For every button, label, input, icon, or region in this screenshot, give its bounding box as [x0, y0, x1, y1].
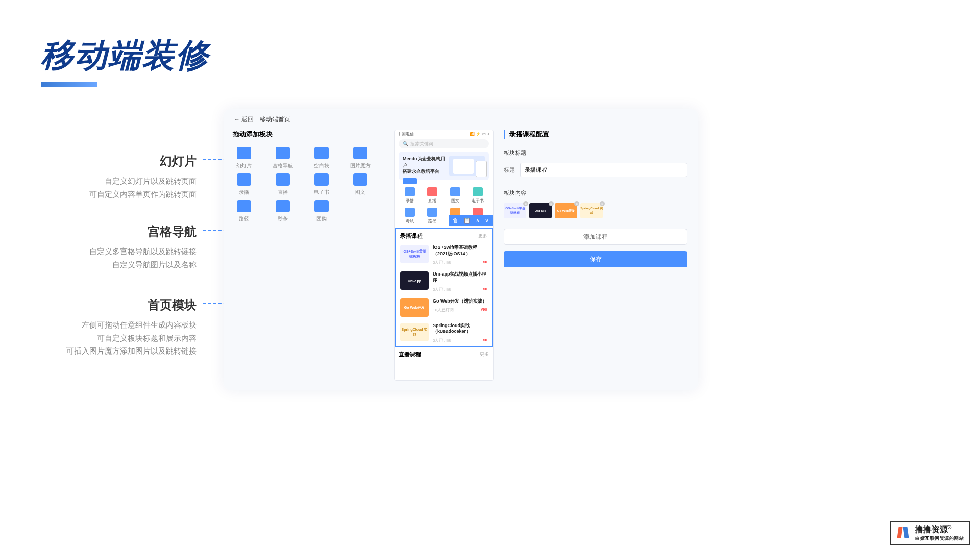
course-thumbnail: Uni-app — [400, 271, 429, 290]
content-thumb[interactable]: iOS+Swift零基础教程× — [504, 203, 526, 218]
nav-icon — [405, 187, 415, 196]
palette-icon — [314, 173, 329, 186]
status-carrier: 中国电信 — [398, 131, 414, 137]
course-title: Uni-app实战视频点播小程序 — [433, 271, 487, 283]
palette-label: 图片魔方 — [350, 162, 371, 169]
config-label: 板块标题 — [504, 149, 687, 157]
thumb-image: Go Web开发 — [555, 203, 577, 218]
palette-icon — [314, 200, 329, 212]
nav-item[interactable]: 考试 — [399, 208, 421, 224]
palette-label: 幻灯片 — [236, 162, 252, 169]
header-title: 移动端首页 — [260, 115, 290, 124]
course-item[interactable]: iOS+Swift零基础教程iOS+Swift零基础教程（2021版iOS14）… — [396, 242, 492, 268]
palette-label: 电子书 — [314, 189, 329, 196]
nav-label: 图文 — [451, 198, 459, 204]
add-course-button[interactable]: 添加课程 — [504, 229, 687, 245]
nav-item[interactable]: 图文 — [444, 187, 467, 204]
palette-label: 团购 — [316, 215, 327, 222]
course-item[interactable]: Go Web开发Go Web开发（进阶实战）10人已订阅¥99 — [396, 295, 492, 320]
trash-icon[interactable]: 🗑 — [453, 217, 458, 223]
palette-icon — [237, 200, 251, 212]
course-title: SpringCloud实战（k8s&doceker） — [433, 323, 487, 335]
section-title: 录播课程 — [400, 232, 423, 240]
close-icon[interactable]: × — [549, 201, 554, 206]
section-more-link[interactable]: 更多 — [480, 351, 489, 358]
config-panel: 录播课程配置 板块标题 标题 板块内容 iOS+Swift零基础教程×Uni-a… — [502, 130, 689, 381]
watermark-sub: 白嫖互联网资源的网站 — [915, 535, 964, 542]
close-icon[interactable]: × — [523, 201, 528, 206]
thumb-image: iOS+Swift零基础教程 — [504, 203, 526, 218]
course-item[interactable]: Uni-appUni-app实战视频点播小程序0人已订阅¥0 — [396, 268, 492, 295]
feature-home-module: 首页模块 左侧可拖动任意组件生成内容板块可自定义板块标题和展示内容可插入图片魔方… — [41, 297, 197, 358]
move-down-icon[interactable]: ∨ — [485, 217, 489, 224]
search-icon: 🔍 — [403, 141, 408, 146]
selected-section[interactable]: 录播课程 更多 iOS+Swift零基础教程iOS+Swift零基础教程（202… — [395, 228, 493, 347]
course-price: ¥0 — [483, 260, 487, 265]
banner-button[interactable] — [403, 178, 417, 184]
course-title: Go Web开发（进阶实战） — [433, 298, 487, 305]
search-placeholder: 搜索关键词 — [410, 141, 433, 147]
content-thumb[interactable]: SpringCloud 实战× — [580, 203, 603, 218]
status-time: 📶 ⚡ 2:31 — [470, 132, 490, 136]
move-up-icon[interactable]: ∧ — [476, 217, 480, 224]
palette-label: 直播 — [278, 189, 288, 196]
thumb-image: SpringCloud 实战 — [580, 203, 603, 218]
nav-icon — [427, 208, 437, 217]
course-price: ¥0 — [483, 287, 487, 292]
nav-label: 录播 — [406, 198, 414, 204]
course-item[interactable]: SpringCloud 实战SpringCloud实战（k8s&doceker）… — [396, 320, 492, 346]
palette-icon — [276, 200, 290, 212]
feature-desc: 左侧可拖动任意组件生成内容板块可自定义板块标题和展示内容可插入图片魔方添加图片以… — [41, 318, 197, 358]
page-title: 移动端装修 — [41, 33, 209, 78]
field-label: 标题 — [504, 166, 515, 174]
content-thumb[interactable]: Uni-app× — [529, 203, 552, 218]
thumb-image: Uni-app — [529, 203, 552, 218]
search-input[interactable]: 🔍 搜索关键词 — [399, 139, 489, 148]
feature-title: 首页模块 — [41, 297, 197, 313]
palette-item[interactable]: 宫格导航 — [272, 147, 294, 169]
copy-icon[interactable]: 📋 — [463, 217, 471, 224]
back-button[interactable]: ← 返回 — [234, 115, 254, 124]
banner-image — [449, 156, 485, 176]
phone-preview: 中国电信 📶 ⚡ 2:31 🔍 搜索关键词 Meedu为企业机构用户搭建永久教培… — [394, 130, 494, 381]
palette-item[interactable]: 空白块 — [310, 147, 333, 169]
palette-item[interactable]: 路径 — [233, 200, 255, 222]
palette-item[interactable]: 团购 — [310, 200, 333, 222]
config-header: 录播课程配置 — [504, 130, 687, 139]
palette-item[interactable]: 秒杀 — [272, 200, 294, 222]
save-button[interactable]: 保存 — [504, 251, 687, 267]
close-icon[interactable]: × — [574, 201, 579, 206]
feature-desc: 自定义幻灯片以及跳转页面可自定义内容单页作为跳转页面 — [41, 174, 197, 201]
palette-item[interactable]: 幻灯片 — [233, 147, 255, 169]
palette-icon — [276, 147, 290, 159]
palette-icon — [353, 147, 368, 159]
nav-label: 电子书 — [472, 198, 484, 204]
banner[interactable]: Meedu为企业机构用户搭建永久教培平台 — [399, 152, 489, 180]
section-title: 直播课程 — [399, 350, 421, 358]
course-thumbnail: iOS+Swift零基础教程 — [400, 245, 429, 263]
palette-icon — [314, 147, 329, 159]
watermark: 撸撸资源® 白嫖互联网资源的网站 — [890, 521, 970, 545]
course-subscribers: 0人已订阅 — [433, 338, 451, 343]
edit-toolbar: 🗑 📋 ∧ ∨ — [449, 215, 493, 226]
nav-item[interactable]: 直播 — [421, 187, 444, 204]
palette-item[interactable]: 图文 — [349, 173, 372, 196]
course-price: ¥99 — [481, 307, 487, 313]
nav-item[interactable]: 录播 — [399, 187, 421, 204]
palette-item[interactable]: 录播 — [233, 173, 255, 196]
nav-item[interactable]: 路径 — [421, 208, 444, 224]
palette-item[interactable]: 直播 — [272, 173, 294, 196]
feature-grid-nav: 宫格导航 自定义多宫格导航以及跳转链接自定义导航图片以及名称 — [41, 223, 197, 271]
title-underline — [41, 82, 97, 87]
palette-item[interactable]: 图片魔方 — [349, 147, 372, 169]
palette-icon — [237, 173, 251, 186]
watermark-title: 撸撸资源® — [915, 524, 964, 535]
palette-icon — [237, 147, 251, 159]
section-more-link[interactable]: 更多 — [478, 233, 487, 239]
content-thumb[interactable]: Go Web开发× — [555, 203, 577, 218]
nav-item[interactable]: 电子书 — [467, 187, 489, 204]
feature-title: 宫格导航 — [41, 223, 197, 240]
close-icon[interactable]: × — [600, 201, 605, 206]
palette-item[interactable]: 电子书 — [310, 173, 333, 196]
section-title-input[interactable] — [520, 163, 687, 177]
